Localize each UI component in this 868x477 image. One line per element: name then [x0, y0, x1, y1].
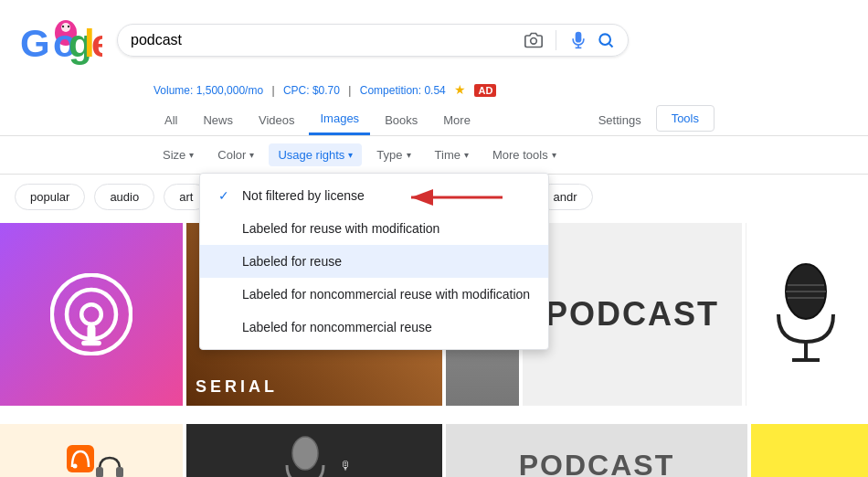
chevron-down-icon: ▾ [464, 150, 469, 160]
svg-line-13 [609, 44, 613, 48]
chip-audio[interactable]: audio [94, 184, 154, 210]
dropdown-item-reuse-modification[interactable]: ✓ Labeled for reuse with modification [200, 212, 548, 245]
tab-more[interactable]: More [432, 106, 482, 134]
image-grid-row2: 🎙 PODCAST [0, 420, 868, 477]
search-bar: podcast [117, 24, 629, 57]
chevron-down-icon: ▾ [407, 150, 411, 160]
filter-more-tools[interactable]: More tools ▾ [483, 143, 566, 166]
star-icon: ★ [454, 82, 466, 97]
image-podcast-text2[interactable]: PODCAST [446, 424, 747, 477]
tab-all[interactable]: All [153, 106, 188, 134]
bw-photo-label: 🎙 [340, 459, 352, 472]
chevron-down-icon: ▾ [348, 150, 353, 160]
seo-sep1: | [271, 84, 277, 97]
settings-button[interactable]: Settings [587, 106, 652, 134]
tab-videos[interactable]: Videos [248, 106, 306, 134]
seo-cpc: CPC: $0.70 [283, 84, 340, 97]
svg-text:e: e [91, 22, 102, 65]
seo-competition: Competition: 0.54 [360, 84, 446, 97]
usage-rights-dropdown: ✓ Not filtered by license ✓ Labeled for … [199, 173, 549, 350]
chevron-down-icon: ▾ [249, 150, 254, 160]
filter-type[interactable]: Type ▾ [367, 143, 419, 166]
filter-color[interactable]: Color ▾ [208, 143, 263, 166]
seo-volume: Volume: 1,500,000/mo [153, 84, 263, 97]
image-rss-headphones[interactable] [0, 424, 183, 477]
image-yellow[interactable] [751, 424, 868, 477]
seo-text: Volume: 1,500,000/mo | CPC: $0.70 | Comp… [153, 84, 502, 97]
svg-point-33 [292, 437, 318, 470]
search-divider [556, 30, 556, 50]
dropdown-item-noncommercial[interactable]: ✓ Labeled for noncommercial reuse [200, 311, 548, 344]
dropdown-item-noncommercial-modification[interactable]: ✓ Labeled for noncommercial reuse with m… [200, 278, 548, 311]
filter-usage-rights[interactable]: Usage rights ▾ [269, 143, 362, 166]
svg-point-18 [81, 304, 101, 324]
seo-badge: AD [474, 84, 496, 97]
image-bw-mic[interactable]: 🎙 [186, 424, 442, 477]
svg-rect-31 [96, 467, 103, 477]
filter-bar: Size ▾ Color ▾ Usage rights ▾ Type ▾ Tim… [0, 136, 868, 175]
camera-search-button[interactable] [524, 31, 543, 49]
svg-rect-20 [81, 341, 101, 345]
serial-text: SERIAL [196, 377, 278, 397]
svg-point-9 [531, 38, 537, 45]
svg-text:G: G [20, 22, 50, 65]
check-icon: ✓ [218, 188, 233, 203]
google-logo: G o g l e [15, 9, 106, 71]
voice-search-button[interactable] [569, 31, 587, 49]
chevron-down-icon: ▾ [189, 150, 194, 160]
tools-button[interactable]: Tools [656, 105, 715, 132]
svg-rect-29 [67, 445, 94, 472]
seo-bar: Volume: 1,500,000/mo | CPC: $0.70 | Comp… [0, 80, 868, 99]
svg-rect-19 [88, 324, 96, 343]
tab-news[interactable]: News [192, 106, 244, 134]
tab-images[interactable]: Images [309, 104, 370, 135]
seo-sep2: | [348, 84, 354, 97]
chip-popular[interactable]: popular [15, 184, 85, 210]
filter-size[interactable]: Size ▾ [153, 143, 203, 166]
image-podcast-text[interactable]: PODCAST [523, 223, 742, 406]
search-button[interactable] [597, 31, 615, 49]
logo-svg: G o g l e [18, 13, 102, 68]
image-microphone[interactable] [746, 223, 864, 406]
dropdown-item-reuse[interactable]: ✓ Labeled for reuse [200, 245, 548, 278]
svg-rect-32 [116, 467, 123, 477]
nav-tabs: All News Videos Images Books More Settin… [0, 99, 868, 136]
chevron-down-icon: ▾ [552, 150, 556, 160]
image-podcast-purple[interactable] [0, 223, 183, 406]
podcast-text: PODCAST [545, 295, 719, 334]
filter-time[interactable]: Time ▾ [426, 143, 478, 166]
dropdown-item-not-filtered[interactable]: ✓ Not filtered by license [200, 179, 548, 212]
svg-point-12 [599, 34, 610, 45]
svg-point-30 [73, 464, 78, 469]
search-input[interactable]: podcast [131, 32, 524, 48]
podcast-text2: PODCAST [519, 449, 674, 478]
tab-books[interactable]: Books [374, 106, 429, 134]
